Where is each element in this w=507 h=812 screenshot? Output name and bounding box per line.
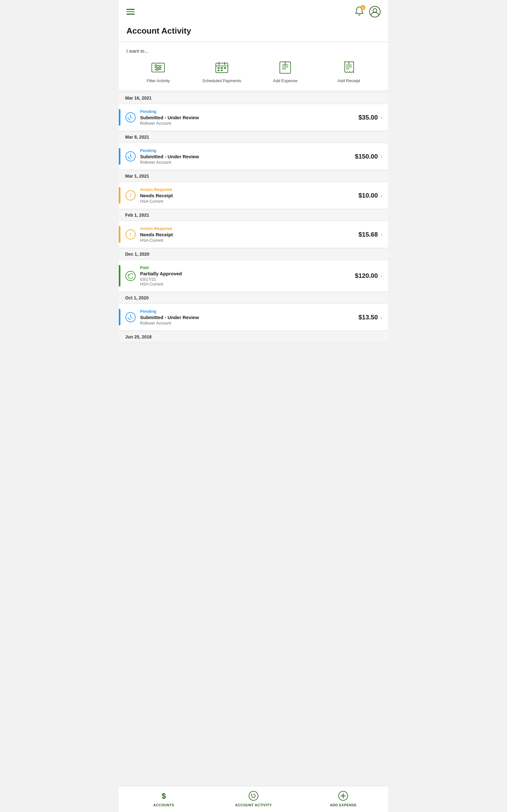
- nav-accounts[interactable]: $ ACCOUNTS: [119, 790, 209, 807]
- add-expense-nav-icon: [337, 790, 349, 802]
- add-receipt-label: Add Receipt: [337, 78, 360, 83]
- action-add-receipt[interactable]: $ Add Receipt: [317, 59, 381, 83]
- filter-icon: [150, 61, 166, 74]
- activity-info: Action Required Needs Receipt HSA Curren…: [140, 187, 358, 204]
- activity-item[interactable]: ! Action Required Needs Receipt HSA Curr…: [119, 221, 388, 248]
- svg-point-8: [156, 68, 158, 70]
- add-expense-label: Add Expense: [273, 78, 297, 83]
- activity-item[interactable]: Pending Submitted - Under Review Rollove…: [119, 104, 388, 131]
- activity-item[interactable]: Paid Partially Approved 03/17/21 HSA Cur…: [119, 260, 388, 292]
- account-activity-nav-label: ACCOUNT ACTIVITY: [235, 803, 272, 807]
- date-header-oct1: Oct 1, 2020: [119, 292, 388, 304]
- svg-text:$: $: [348, 61, 349, 65]
- action-required-icon: !: [125, 229, 136, 240]
- svg-text:!: !: [130, 232, 131, 237]
- status-bar-orange: [119, 187, 120, 204]
- filter-icon-box: [149, 59, 167, 76]
- page-title-section: Account Activity: [119, 21, 388, 42]
- nav-account-activity[interactable]: ACCOUNT ACTIVITY: [209, 790, 298, 807]
- action-filter-activity[interactable]: Filter Activity: [126, 59, 190, 83]
- pending-icon: [125, 311, 136, 323]
- svg-text:!: !: [130, 193, 131, 198]
- date-header-feb1: Feb 1, 2021: [119, 209, 388, 221]
- svg-point-7: [159, 67, 161, 68]
- i-want-label: I want to...: [126, 48, 381, 54]
- pending-icon: [125, 151, 136, 162]
- activity-item[interactable]: Pending Submitted - Under Review Rollove…: [119, 304, 388, 331]
- accounts-nav-icon: $: [158, 790, 170, 802]
- chevron-right-icon: ›: [380, 231, 383, 238]
- filter-activity-label: Filter Activity: [147, 78, 170, 83]
- svg-text:$: $: [284, 62, 286, 65]
- chevron-right-icon: ›: [380, 192, 383, 199]
- status-bar-blue: [119, 148, 120, 165]
- chevron-right-icon: ›: [380, 114, 383, 121]
- add-expense-icon-box: $: [276, 59, 294, 76]
- nav-add-expense[interactable]: ADD EXPENSE: [298, 790, 388, 807]
- activity-right: $150.00 ›: [355, 153, 383, 160]
- activity-right: $35.00 ›: [358, 114, 383, 121]
- header-icons: 1: [354, 6, 381, 18]
- svg-rect-17: [221, 70, 223, 71]
- chevron-right-icon: ›: [380, 272, 383, 280]
- bottom-nav: $ ACCOUNTS ACCOUNT ACTIVITY ADD EXPENSE: [119, 786, 388, 812]
- page-title: Account Activity: [126, 26, 381, 36]
- svg-point-33: [126, 271, 135, 281]
- notification-bell[interactable]: 1: [354, 6, 365, 18]
- activity-right: $10.00 ›: [358, 192, 383, 199]
- accounts-nav-label: ACCOUNTS: [153, 803, 174, 807]
- status-bar-green: [119, 265, 120, 287]
- svg-text:$: $: [162, 792, 166, 800]
- action-required-icon: !: [125, 190, 136, 201]
- activity-info: Pending Submitted - Under Review Rollove…: [140, 148, 355, 165]
- header: 1: [119, 0, 388, 21]
- svg-rect-14: [221, 67, 223, 69]
- paid-icon: [125, 270, 136, 282]
- chevron-right-icon: ›: [380, 153, 383, 160]
- scheduled-payments-label: Scheduled Payments: [202, 78, 241, 83]
- hamburger-menu[interactable]: [126, 9, 135, 14]
- svg-point-1: [373, 9, 377, 12]
- chevron-right-icon: ›: [380, 314, 383, 321]
- svg-rect-13: [218, 67, 220, 69]
- activity-item[interactable]: Pending Submitted - Under Review Rollove…: [119, 143, 388, 170]
- activity-info: Paid Partially Approved 03/17/21 HSA Cur…: [140, 265, 355, 287]
- svg-rect-15: [224, 67, 226, 69]
- status-bar-blue: [119, 109, 120, 125]
- scheduled-icon-box: [213, 59, 231, 76]
- activity-info: Pending Submitted - Under Review Rollove…: [140, 109, 358, 125]
- status-bar-orange: [119, 226, 120, 243]
- activity-list: Mar 16, 2021 Pending Submitted - Under R…: [119, 92, 388, 368]
- activity-item[interactable]: ! Action Required Needs Receipt HSA Curr…: [119, 182, 388, 209]
- add-expense-icon: $: [277, 61, 293, 74]
- date-header-jun25: Jun 25, 2018: [119, 331, 388, 343]
- add-expense-nav-label: ADD EXPENSE: [330, 803, 356, 807]
- activity-right: $120.00 ›: [355, 272, 383, 280]
- activity-right: $13.50 ›: [358, 314, 383, 321]
- activity-right: $15.68 ›: [358, 231, 383, 238]
- action-icons-row: Filter Activity Scheduled Payments: [126, 59, 381, 83]
- svg-point-36: [249, 792, 258, 801]
- scheduled-icon: [214, 61, 230, 74]
- activity-info: Pending Submitted - Under Review Rollove…: [140, 309, 358, 325]
- svg-point-6: [155, 65, 157, 67]
- date-header-mar1: Mar 1, 2021: [119, 170, 388, 182]
- status-bar-blue: [119, 309, 120, 325]
- add-receipt-icon: $: [341, 61, 357, 74]
- action-add-expense[interactable]: $ Add Expense: [253, 59, 317, 83]
- pending-icon: [125, 112, 136, 123]
- date-header-mar16: Mar 16, 2021: [119, 92, 388, 104]
- i-want-section: I want to... Filter Activity: [119, 43, 388, 90]
- notification-badge: 1: [360, 5, 365, 10]
- account-activity-nav-icon: [248, 790, 259, 802]
- date-header-dec1: Dec 1, 2020: [119, 248, 388, 260]
- add-receipt-icon-box: $: [340, 59, 358, 76]
- date-header-mar8: Mar 8, 2021: [119, 131, 388, 143]
- action-scheduled-payments[interactable]: Scheduled Payments: [190, 59, 254, 83]
- avatar-icon[interactable]: [369, 6, 381, 17]
- svg-rect-16: [218, 70, 220, 71]
- activity-info: Action Required Needs Receipt HSA Curren…: [140, 226, 358, 243]
